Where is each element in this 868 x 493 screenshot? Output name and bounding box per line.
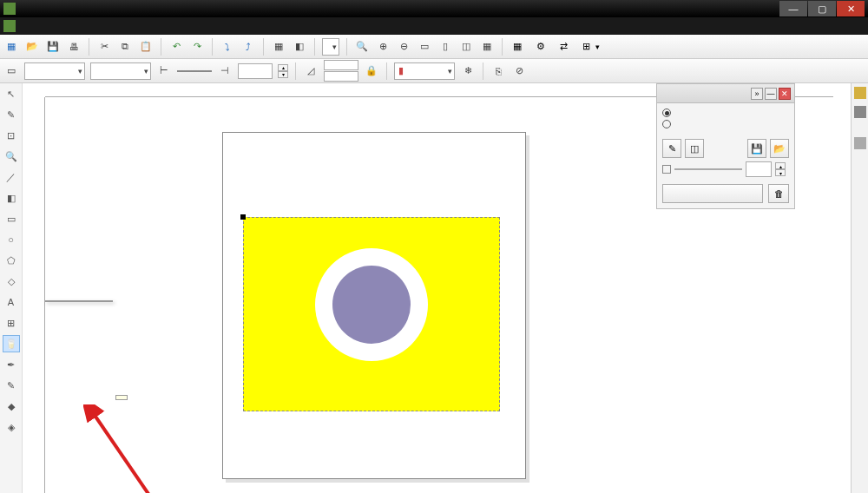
freehand-tool-icon[interactable]: ／ [3,168,20,186]
minimize-button[interactable]: — [779,1,807,16]
hide-colors-radio[interactable] [662,108,789,117]
save-icon[interactable]: 💾 [45,39,61,55]
maximize-button[interactable]: ▢ [808,1,836,16]
print-icon[interactable]: 🖶 [66,39,82,55]
clear-icon[interactable]: ⊘ [511,63,527,79]
grid-icon: ▦ [513,41,522,52]
fill-tool-icon[interactable]: ◆ [3,398,20,415]
panel-expand-icon[interactable]: » [751,88,763,100]
open-icon[interactable]: 📂 [24,39,40,55]
edit-color-button[interactable]: ◫ [685,139,704,158]
window-buttons: — ▢ ✕ [779,1,865,16]
mode-combo[interactable] [90,62,151,80]
apply-to-combo[interactable]: ▮ [394,62,455,80]
tieqi-button[interactable]: ⊞ ▾ [579,38,603,56]
panel-close-icon[interactable]: ✕ [779,88,791,100]
cut-icon[interactable]: ✂ [96,39,112,55]
bitmap-color-mask-panel: » — ✕ ✎ ◫ 💾 📂 [656,83,795,209]
paiban-button[interactable]: ▦ [510,38,528,56]
panel-tool-buttons: ✎ ◫ 💾 📂 [662,139,789,158]
docker-tab-color-mask[interactable] [858,122,862,132]
purple-circle[interactable] [332,266,411,344]
opacity-spinner[interactable]: ▴▾ [278,64,288,78]
color-palette [833,83,851,493]
apply-row: 🗑 [662,184,789,203]
tolerance-spinner[interactable]: ▴▾ [775,162,786,176]
eyedropper-button[interactable]: ✎ [662,139,681,158]
zoom-page-icon[interactable]: ▯ [437,39,453,55]
menu-app-icon [3,20,16,32]
fill-combo[interactable] [24,62,85,80]
standard-toolbar: ▦ 📂 💾 🖶 ✂ ⧉ 📋 ↶ ↷ ⤵ ⤴ ▦ ◧ 🔍 ⊕ ⊖ ▭ ▯ ◫ ▦ … [0,35,868,59]
docker-icon-3[interactable] [854,137,866,149]
table-tool-icon[interactable]: ⊞ [3,314,20,332]
tolerance-slider-track[interactable] [674,168,742,170]
snap-icon: ⊞ [582,41,590,52]
freeze-icon[interactable]: ❄ [460,63,476,79]
polygon-tool-icon[interactable]: ⬠ [3,252,20,269]
radio-icon [662,120,671,128]
tolerance-slider-start[interactable] [662,165,671,174]
tolerance-row: ▴▾ [662,161,789,177]
zoom-combo[interactable] [322,38,339,56]
paste-icon[interactable]: 📋 [138,39,154,55]
bucket-icon: ▮ [398,65,404,76]
crop-tool-icon[interactable]: ⊡ [3,127,20,144]
pick-tool-icon[interactable]: ↖ [3,85,20,102]
docker-icon-2[interactable] [854,106,866,118]
opacity-input[interactable] [238,63,273,79]
tolerance-input[interactable] [746,161,772,177]
plugin-icon: ⚙ [536,41,545,52]
selection-handle[interactable] [240,214,246,220]
interactive-tool-icon[interactable]: 🥛 [3,335,20,352]
zhuanhuan-button[interactable]: ⇄ [556,38,574,56]
copy-icon[interactable]: ⧉ [117,39,133,55]
zoom-selected-icon[interactable]: ◫ [458,39,474,55]
shape-tool-icon[interactable]: ✎ [3,106,20,123]
show-colors-radio[interactable] [662,120,789,128]
new-icon[interactable]: ▦ [3,39,19,55]
canvas-area[interactable]: » — ✕ ✎ ◫ 💾 📂 [23,83,833,493]
export-icon[interactable]: ⤴ [240,39,256,55]
docker-icon-1[interactable] [854,87,866,99]
text-tool-icon[interactable]: A [3,293,20,311]
save-mask-button[interactable]: 💾 [747,139,766,158]
app-launcher-icon[interactable]: ▦ [271,39,286,55]
smart-fill-icon[interactable]: ◧ [3,189,20,207]
redo-icon[interactable]: ↷ [189,39,205,55]
zoom-all-icon[interactable]: ▦ [479,39,495,55]
docker-tabs [851,83,868,493]
welcome-icon[interactable]: ◧ [292,39,307,55]
annotation-arrow [83,404,240,493]
angle-icon: ◿ [303,63,319,79]
open-mask-button[interactable]: 📂 [770,139,789,158]
outline-tool-icon[interactable]: ✎ [3,377,20,394]
eyedropper-tool-icon[interactable]: ✒ [3,356,20,373]
zoom-icon[interactable]: 🔍 [354,39,370,55]
lock-icon[interactable]: 🔒 [364,63,379,79]
close-button[interactable]: ✕ [837,1,865,16]
angle-input-2[interactable] [324,71,358,82]
ellipse-tool-icon[interactable]: ○ [3,231,20,248]
basic-shapes-icon[interactable]: ◇ [3,273,20,290]
delete-mask-button[interactable]: 🗑 [768,184,789,203]
rectangle-tool-icon[interactable]: ▭ [3,210,20,227]
import-icon[interactable]: ⤵ [220,39,235,55]
slider-start-icon[interactable]: ⊢ [156,63,172,79]
copy-props-icon[interactable]: ⎘ [490,63,506,79]
zoom-in-icon[interactable]: ⊕ [375,39,391,55]
zoom-out-icon[interactable]: ⊖ [396,39,411,55]
panel-minimize-icon[interactable]: — [765,88,777,100]
angle-input-1[interactable] [324,60,358,70]
zoom-tool-icon[interactable]: 🔍 [3,148,20,165]
panel-titlebar[interactable]: » — ✕ [657,84,794,103]
interactive-tools-flyout [45,300,113,302]
slider-end-icon[interactable]: ⊣ [217,63,233,79]
interactive-fill-icon[interactable]: ◈ [3,418,20,436]
zengqiang-button[interactable]: ⚙ [533,38,551,56]
undo-icon[interactable]: ↶ [168,39,184,55]
apply-button[interactable] [662,184,763,203]
slider-track[interactable] [177,70,212,72]
tool-indicator-icon: ▭ [3,63,19,79]
zoom-fit-icon[interactable]: ▭ [417,39,432,55]
